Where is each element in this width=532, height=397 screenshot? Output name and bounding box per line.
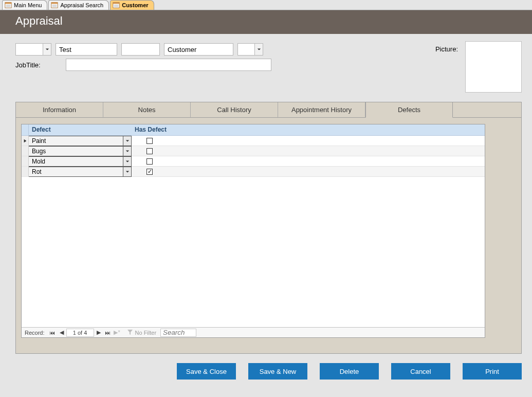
doc-tab-appraisal-search[interactable]: Appraisal Search: [48, 0, 109, 10]
row-selector[interactable]: [22, 136, 29, 146]
nav-first-button[interactable]: ⏮: [48, 328, 57, 337]
tab-appointment-history[interactable]: Appointment History: [278, 102, 365, 118]
jobtitle-label: JobTitle:: [15, 61, 62, 69]
has-defect-cell: [132, 169, 168, 175]
funnel-icon: [127, 329, 133, 336]
nav-next-button[interactable]: ▶: [94, 328, 103, 337]
tab-information[interactable]: Information: [16, 102, 103, 118]
nav-prev-button[interactable]: ◀: [57, 328, 66, 337]
record-search-input[interactable]: [160, 329, 196, 337]
defect-name: Paint: [29, 137, 123, 145]
svg-rect-1: [5, 3, 11, 4]
document-tab-bar: Main Menu Appraisal Search Customer: [0, 0, 532, 10]
svg-rect-5: [51, 3, 58, 4]
table-row[interactable]: Mold: [22, 156, 485, 167]
dropdown-icon[interactable]: [43, 44, 51, 55]
defect-combo[interactable]: Paint: [29, 136, 132, 146]
dropdown-icon[interactable]: [254, 44, 263, 55]
dropdown-icon[interactable]: [123, 147, 131, 156]
defect-combo[interactable]: Bugs: [29, 146, 132, 156]
form-body: JobTitle: Picture: Information Notes Cal…: [0, 34, 532, 397]
record-label: Record:: [22, 330, 48, 336]
doc-tab-label: Customer: [122, 2, 148, 8]
defect-name: Rot: [29, 168, 123, 175]
save-close-button[interactable]: Save & Close: [177, 363, 236, 380]
cancel-button[interactable]: Cancel: [391, 363, 450, 380]
tab-defects[interactable]: Defects: [365, 102, 453, 118]
defect-name: Bugs: [29, 148, 123, 155]
jobtitle-row: JobTitle:: [15, 59, 522, 71]
title-combo[interactable]: [15, 43, 51, 56]
dropdown-icon[interactable]: [123, 136, 131, 146]
has-defect-cell: [132, 138, 168, 144]
svg-rect-6: [52, 5, 57, 6]
tab-header: Information Notes Call History Appointme…: [16, 102, 521, 118]
defect-combo[interactable]: Rot: [29, 167, 132, 177]
has-defect-checkbox[interactable]: [146, 148, 153, 154]
tab-filler: [453, 102, 521, 118]
tab-call-history[interactable]: Call History: [191, 102, 278, 118]
delete-button[interactable]: Delete: [320, 363, 379, 380]
doc-tab-customer[interactable]: Customer: [110, 0, 154, 10]
doc-tab-main-menu[interactable]: Main Menu: [2, 0, 47, 10]
save-new-button[interactable]: Save & New: [248, 363, 307, 380]
svg-rect-3: [6, 6, 11, 7]
form-icon: [5, 2, 12, 9]
row-selector-header[interactable]: [22, 124, 29, 135]
dropdown-icon[interactable]: [123, 167, 131, 176]
picture-box[interactable]: [465, 41, 522, 93]
nav-last-button[interactable]: ⏭: [103, 328, 113, 337]
tab-control: Information Notes Call History Appointme…: [15, 102, 522, 354]
form-icon: [51, 2, 58, 9]
form-header: Appraisal: [0, 10, 532, 34]
datasheet-rows: PaintBugsMoldRot: [22, 136, 485, 177]
print-button[interactable]: Print: [463, 363, 522, 380]
table-row[interactable]: Rot: [22, 167, 485, 177]
svg-rect-2: [6, 5, 11, 6]
svg-rect-9: [113, 3, 119, 4]
last-name-input[interactable]: [164, 43, 233, 56]
has-defect-checkbox[interactable]: [146, 158, 153, 165]
picture-label: Picture:: [435, 45, 458, 53]
middle-name-input[interactable]: [121, 43, 160, 56]
record-position[interactable]: 1 of 4: [66, 329, 94, 337]
doc-tab-label: Main Menu: [14, 2, 42, 8]
row-selector[interactable]: [22, 156, 29, 166]
first-name-input[interactable]: [56, 43, 117, 56]
dropdown-icon[interactable]: [123, 157, 131, 166]
svg-rect-11: [114, 6, 119, 7]
row-selector[interactable]: [22, 146, 29, 156]
table-row[interactable]: Bugs: [22, 146, 485, 156]
tab-notes[interactable]: Notes: [103, 102, 191, 118]
suffix-combo[interactable]: [237, 43, 263, 56]
datasheet-header: Defect Has Defect: [22, 124, 485, 136]
has-defect-checkbox[interactable]: [146, 138, 153, 144]
col-has-defect[interactable]: Has Defect: [132, 124, 193, 135]
filter-indicator[interactable]: No Filter: [127, 329, 157, 336]
action-bar: Save & Close Save & New Delete Cancel Pr…: [15, 363, 522, 380]
app-window: Main Menu Appraisal Search Customer Appr…: [0, 0, 532, 397]
defect-name: Mold: [29, 158, 123, 165]
has-defect-cell: [132, 158, 168, 165]
has-defect-checkbox[interactable]: [146, 169, 153, 175]
defects-subform: Defect Has Defect PaintBugsMoldRot Recor…: [21, 124, 485, 338]
filter-text: No Filter: [135, 330, 157, 336]
nav-new-button[interactable]: ▶*: [113, 328, 122, 337]
col-defect[interactable]: Defect: [29, 124, 132, 135]
doc-tab-label: Appraisal Search: [60, 2, 103, 8]
form-icon: [113, 2, 120, 9]
jobtitle-input[interactable]: [66, 59, 271, 71]
has-defect-cell: [132, 148, 168, 154]
row-selector[interactable]: [22, 167, 29, 176]
page-title: Appraisal: [15, 14, 63, 27]
svg-rect-10: [114, 5, 119, 6]
table-row[interactable]: Paint: [22, 136, 485, 146]
record-navigator: Record: ⏮ ◀ 1 of 4 ▶ ⏭ ▶* No Filter: [22, 327, 485, 337]
defect-combo[interactable]: Mold: [29, 156, 132, 167]
svg-rect-7: [52, 6, 57, 7]
